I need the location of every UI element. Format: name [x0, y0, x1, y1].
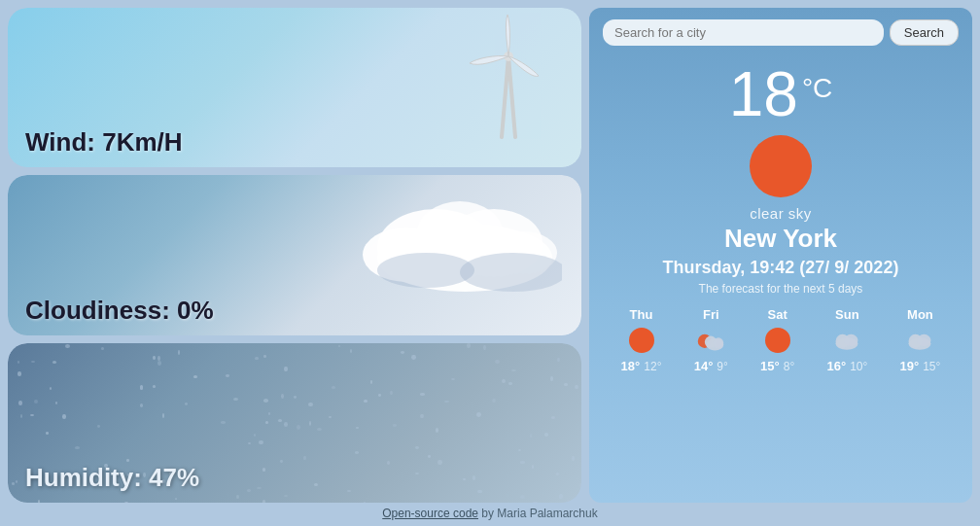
temp-low: 10° [850, 360, 867, 373]
cloud-card: Cloudiness: 0% [8, 175, 581, 334]
city-name: New York [724, 224, 837, 254]
forecast-grid: Thu18°12°Fri 14°9°Sat15°8°Sun 16°10°Mon … [589, 299, 972, 385]
forecast-label: The forecast for the next 5 days [699, 282, 863, 296]
search-button[interactable]: Search [890, 19, 959, 46]
main-container: Wind: 7Km/H [0, 0, 980, 503]
forecast-icon [832, 326, 861, 355]
forecast-day-name: Thu [630, 307, 653, 322]
wind-label: Wind: 7Km/H [8, 118, 200, 167]
forecast-day: Fri 14°9° [694, 307, 728, 373]
svg-line-1 [508, 56, 515, 137]
weather-description: clear sky [750, 205, 812, 222]
footer-link[interactable]: Open-source code [382, 507, 478, 520]
forecast-icon [905, 326, 934, 355]
temp-low: 9° [717, 360, 727, 373]
humidity-label: Humidity: 47% [8, 453, 217, 503]
svg-point-10 [377, 253, 474, 288]
left-panel: Wind: 7Km/H [8, 8, 581, 503]
forecast-day: Sun 16°10° [826, 307, 867, 373]
forecast-temps: 15°8° [760, 359, 794, 373]
wind-turbine-icon [465, 13, 552, 143]
temp-high: 14° [694, 359, 714, 373]
svg-point-20 [918, 334, 931, 346]
temp-low: 8° [784, 360, 794, 373]
svg-line-0 [502, 56, 508, 137]
forecast-icon [627, 326, 656, 355]
footer: Open-source code by Maria Palamarchuk [0, 503, 980, 526]
svg-point-14 [714, 337, 724, 348]
forecast-day-name: Sun [835, 307, 859, 322]
wind-card: Wind: 7Km/H [8, 8, 581, 167]
search-input[interactable] [603, 19, 884, 46]
cloud-decoration [290, 185, 562, 296]
search-bar: Search [589, 8, 972, 53]
svg-point-9 [460, 253, 562, 292]
forecast-day-name: Sat [768, 307, 788, 322]
temp-low: 15° [923, 360, 940, 373]
sun-icon [750, 135, 812, 197]
footer-suffix: by Maria Palamarchuk [478, 507, 598, 520]
forecast-temps: 14°9° [694, 359, 728, 373]
forecast-day-name: Fri [703, 307, 719, 322]
forecast-temps: 16°10° [826, 359, 867, 373]
forecast-day: Mon 19°15° [900, 307, 941, 373]
temp-high: 16° [826, 359, 846, 373]
forecast-day: Sat15°8° [760, 307, 794, 373]
temperature-row: 18 °C [729, 63, 833, 125]
forecast-icon [763, 326, 792, 355]
cloud-label: Cloudiness: 0% [8, 286, 231, 335]
datetime: Thursday, 19:42 (27/ 9/ 2022) [663, 258, 899, 278]
temp-high: 18° [621, 359, 641, 373]
temp-high: 19° [900, 359, 920, 373]
temp-low: 12° [644, 360, 661, 373]
temp-high: 15° [760, 359, 780, 373]
forecast-icon [696, 326, 725, 355]
forecast-temps: 19°15° [900, 359, 941, 373]
forecast-day: Thu18°12° [621, 307, 662, 373]
forecast-day-name: Mon [907, 307, 933, 322]
temperature-value: 18 [729, 63, 798, 125]
svg-point-17 [845, 334, 858, 346]
right-panel: Search 18 °C clear sky New York Thursday… [589, 8, 972, 503]
humidity-card: Humidity: 47% [8, 343, 581, 503]
temperature-unit: °C [802, 73, 832, 104]
forecast-temps: 18°12° [621, 359, 662, 373]
weather-main: 18 °C clear sky New York Thursday, 19:42… [589, 53, 972, 296]
